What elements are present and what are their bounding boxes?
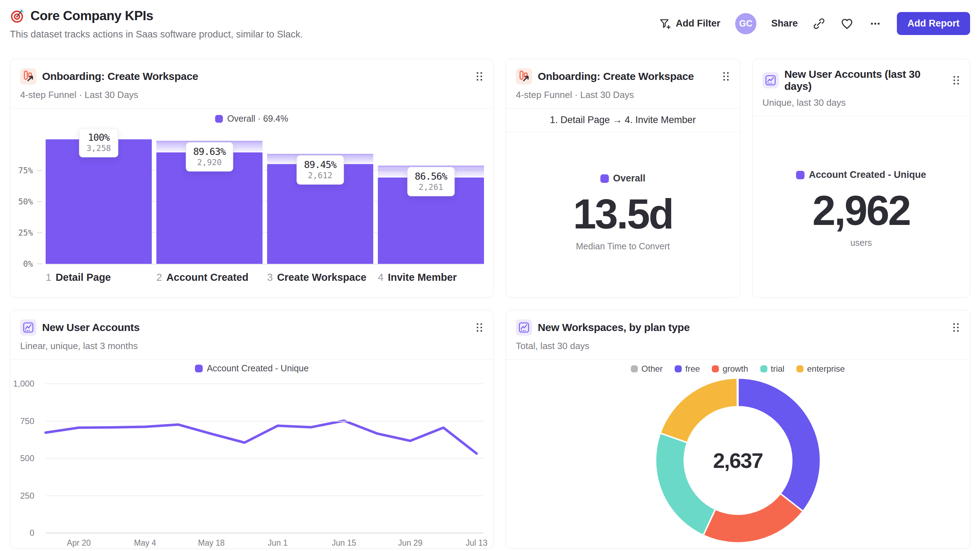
drag-handle-icon[interactable] [722, 71, 730, 82]
funnel-axis-tick [37, 232, 42, 233]
target-dart-icon [10, 8, 25, 23]
legend-swatch [796, 365, 803, 372]
legend-label: growth [722, 364, 748, 374]
header-left: Core Company KPIs This dataset tracks ac… [10, 8, 303, 40]
legend-item-Other[interactable]: Other [631, 364, 663, 374]
funnel-bar-step-1[interactable] [46, 139, 152, 264]
card-header: Onboarding: Create Workspace 4-step Funn… [506, 59, 740, 109]
line-x-tick-label: Apr 20 [67, 538, 91, 548]
funnel-count-label: 2,920 [193, 158, 226, 167]
card-title[interactable]: New Workspaces, by plan type [538, 321, 690, 333]
metric-legend[interactable]: Overall [506, 173, 740, 184]
funnel-y-tick-label: 25% [10, 228, 33, 237]
drag-handle-icon[interactable] [476, 71, 483, 82]
card-subtitle: Linear, unique, last 3 months [20, 341, 483, 351]
line-legend[interactable]: Account Created - Unique [10, 363, 493, 373]
metric-caption: Median Time to Convert [506, 241, 740, 251]
legend-swatch [796, 171, 805, 179]
metric-block: Overall 13.5d Median Time to Convert [506, 173, 740, 251]
funnel-value-tooltip: 86.56%2,261 [407, 167, 455, 196]
drag-handle-icon[interactable] [952, 75, 960, 86]
funnel-report-icon [516, 68, 532, 84]
metric-block: Account Created - Unique 2,962 users [752, 169, 970, 248]
funnel-count-label: 3,258 [86, 144, 111, 153]
funnel-step-range: 1. Detail Page → 4. Invite Member [506, 109, 740, 132]
card-header: New User Accounts Linear, unique, last 3… [10, 310, 493, 360]
legend-label: trial [771, 364, 785, 374]
header-actions: Add Filter GC Share [659, 8, 970, 35]
line-gridline [46, 495, 483, 496]
add-filter-label: Add Filter [676, 18, 720, 29]
donut-slice-free[interactable] [738, 378, 821, 511]
card-title[interactable]: Onboarding: Create Workspace [538, 70, 694, 83]
card-subtitle: Unique, last 30 days [762, 97, 960, 108]
card-title[interactable]: New User Accounts [42, 321, 140, 333]
donut-slice-growth[interactable] [703, 494, 803, 543]
copy-link-button[interactable] [813, 17, 826, 30]
favorite-button[interactable] [840, 17, 854, 30]
funnel-y-tick-label: 75% [10, 166, 33, 175]
legend-item-free[interactable]: free [675, 364, 700, 374]
funnel-step-label: 2Account Created [156, 272, 248, 283]
heart-icon [840, 17, 854, 30]
metric-legend[interactable]: Account Created - Unique [752, 169, 970, 180]
card-funnel-chart: Onboarding: Create Workspace 4-step Funn… [10, 59, 493, 298]
legend-swatch [675, 365, 682, 372]
ellipsis-icon [869, 17, 882, 30]
legend-label: Overall [613, 173, 646, 184]
link-icon [813, 17, 826, 30]
funnel-report-icon [20, 68, 37, 84]
insights-report-icon [516, 319, 532, 336]
card-workspaces-donut: New Workspaces, by plan type Total, last… [506, 310, 970, 549]
card-funnel-time-metric: Onboarding: Create Workspace 4-step Funn… [506, 59, 740, 298]
legend-swatch [631, 365, 638, 372]
add-filter-button[interactable]: Add Filter [659, 17, 720, 30]
legend-swatch [712, 365, 719, 372]
funnel-plot-area: 0%25%50%75%100%3,2581Detail Page89.63%2,… [46, 140, 483, 265]
step-name: Create Workspace [277, 272, 366, 283]
funnel-count-label: 2,261 [415, 183, 447, 192]
dashboard-page: Core Company KPIs This dataset tracks ac… [0, 0, 980, 551]
share-button[interactable]: Share [771, 18, 798, 29]
funnel-axis-tick [37, 264, 42, 264]
donut-slice-trial[interactable] [655, 433, 715, 535]
funnel-legend[interactable]: Overall · 69.4% [10, 114, 493, 124]
card-title[interactable]: New User Accounts (last 30 days) [784, 68, 947, 92]
line-gridline [46, 533, 483, 533]
legend-label: Account Created - Unique [809, 169, 926, 180]
step-name: Detail Page [56, 272, 111, 283]
legend-item-enterprise[interactable]: enterprise [796, 364, 845, 374]
metric-caption: users [752, 238, 970, 248]
donut-legend: Otherfreegrowthtrialenterprise [506, 364, 970, 374]
legend-item-trial[interactable]: trial [760, 364, 785, 374]
more-options-button[interactable] [869, 17, 882, 30]
drag-handle-icon[interactable] [952, 322, 960, 333]
legend-swatch [195, 365, 203, 372]
line-x-tick-label: Jun 15 [332, 538, 356, 548]
donut-slice-enterprise[interactable] [660, 378, 737, 442]
insights-report-icon [762, 72, 779, 89]
add-report-button[interactable]: Add Report [897, 12, 970, 35]
funnel-count-label: 2,612 [304, 171, 336, 180]
legend-item-growth[interactable]: growth [712, 364, 748, 374]
card-title[interactable]: Onboarding: Create Workspace [42, 70, 198, 83]
donut-slice-Other[interactable] [737, 378, 738, 407]
step-number: 3 [267, 272, 273, 283]
line-y-tick-label: 250 [10, 491, 34, 501]
card-header: Onboarding: Create Workspace 4-step Funn… [10, 59, 493, 109]
line-x-tick-label: May 4 [134, 538, 156, 548]
filter-plus-icon [659, 17, 671, 30]
funnel-axis-tick [37, 201, 42, 202]
line-series-account-created[interactable] [46, 421, 477, 454]
drag-handle-icon[interactable] [476, 322, 483, 333]
card-subtitle: 4-step Funnel · Last 30 Days [516, 89, 730, 100]
avatar[interactable]: GC [735, 13, 756, 34]
metric-value: 2,962 [752, 190, 970, 231]
line-x-tick-label: Jun 29 [398, 538, 422, 548]
card-header: New Workspaces, by plan type Total, last… [506, 310, 970, 360]
line-y-tick-label: 1,000 [10, 379, 34, 389]
funnel-value-tooltip: 100%3,258 [79, 128, 118, 157]
funnel-pct-label: 100% [86, 132, 111, 143]
card-subtitle: 4-step Funnel · Last 30 Days [20, 89, 483, 100]
card-subtitle: Total, last 30 days [516, 341, 960, 351]
